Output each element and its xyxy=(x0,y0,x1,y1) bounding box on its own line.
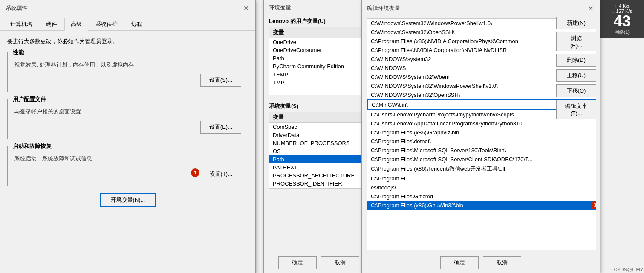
env-btn-row: 环境变量(N)... xyxy=(7,193,248,207)
sys-props-title: 系统属性 xyxy=(6,4,28,12)
path-entry-15[interactable]: C:\Program Files\Microsoft SQL Server\Cl… xyxy=(367,155,596,164)
user-var-header: 变量 xyxy=(269,27,368,38)
move-up-button[interactable]: 上移(U) xyxy=(556,69,596,82)
delete-path-button[interactable]: 删除(D) xyxy=(556,54,596,67)
upload-speed: 4 K/s xyxy=(619,3,630,9)
tab-system-protection[interactable]: 系统保护 xyxy=(89,18,124,30)
user-var-tmp[interactable]: TMP xyxy=(269,78,368,87)
edit-text-button[interactable]: 编辑文本(T)... xyxy=(556,100,596,119)
performance-desc: 视觉效果, 处理器计划，内存使用，以及虚拟内存 xyxy=(14,59,241,69)
admin-notice: 要进行大多数更改，你必须作为管理员登录。 xyxy=(7,38,248,45)
badge-1: 1 xyxy=(191,168,199,177)
sys-var-pathext[interactable]: PATHEXT xyxy=(269,163,368,171)
sys-var-header: 变量 xyxy=(269,112,368,123)
edit-env-title: 编辑环境变量 xyxy=(367,4,400,12)
sys-vars-section-title: 系统变量(S) xyxy=(269,102,369,110)
env-title: 环境变量 xyxy=(269,4,291,12)
env-variables-button[interactable]: 环境变量(N)... xyxy=(100,193,156,207)
tab-computer-name[interactable]: 计算机名 xyxy=(4,18,39,30)
path-entry-17[interactable]: C:\Program Fi xyxy=(367,174,596,183)
net-label: 网络(L) xyxy=(615,29,630,35)
sys-props-close-button[interactable]: ✕ xyxy=(242,4,250,12)
sys-var-path[interactable]: Path 2 xyxy=(269,155,368,163)
performance-title: 性能 xyxy=(11,49,26,56)
user-var-temp[interactable]: TEMP xyxy=(269,70,368,78)
user-profile-title: 用户配置文件 xyxy=(11,96,48,103)
user-vars-section-title: Lenovo 的用户变量(U) xyxy=(269,17,369,25)
path-entry-gnuwin32[interactable]: C:\Program Files (x86)\GnuWin32\bin 3 xyxy=(367,201,596,210)
user-profile-settings-button[interactable]: 设置(E)... xyxy=(200,121,241,134)
sys-vars-table: 变量 ComSpec DriverData NUMBER_OF_PROCESSO… xyxy=(269,112,369,189)
sys-var-driverdata[interactable]: DriverData xyxy=(269,131,368,139)
path-entry-14[interactable]: C:\Program Files\Microsoft SQL Server\13… xyxy=(367,146,596,155)
system-properties-window: 系统属性 ✕ 计算机名 硬件 高级 系统保护 远程 要进行大多数更改，你必须作为… xyxy=(0,0,256,273)
edit-env-sidebar: 新建(N) 浏览(B)... 删除(D) 上移(U) 下移(O) 编辑文本(T)… xyxy=(553,13,600,122)
net-number: 43 xyxy=(613,14,630,29)
env-footer: 确定 取消 xyxy=(264,253,374,273)
sys-var-processor-id[interactable]: PROCESSOR_IDENTIFIER xyxy=(269,180,368,188)
upload-arrow-icon: ↑ xyxy=(615,3,617,9)
performance-settings-button[interactable]: 设置(S)... xyxy=(200,74,241,87)
user-vars-table: 变量 OneDrive OneDriveConsumer Path PyChar… xyxy=(269,27,369,95)
new-path-button[interactable]: 新建(N) xyxy=(556,17,596,29)
user-profile-desc: 与登录帐户相关的桌面设置 xyxy=(14,106,241,116)
sys-props-content: 要进行大多数更改，你必须作为管理员登录。 性能 视觉效果, 处理器计划，内存使用… xyxy=(0,31,255,214)
startup-recovery-section: 启动和故障恢复 系统启动、系统故障和调试信息 1 设置(T)... xyxy=(7,146,248,186)
env-titlebar: 环境变量 xyxy=(264,0,374,14)
watermark: CSDN@L-MY xyxy=(614,267,643,272)
path-entry-18[interactable]: es\nodejs\ xyxy=(367,183,596,192)
edit-env-cancel-button[interactable]: 取消 xyxy=(483,256,521,269)
move-down-button[interactable]: 下移(O) xyxy=(556,84,596,97)
sys-var-processor-arch[interactable]: PROCESSOR_ARCHITECTURE xyxy=(269,171,368,180)
user-var-path[interactable]: Path xyxy=(269,54,368,62)
sys-props-tabs: 计算机名 硬件 高级 系统保护 远程 xyxy=(0,15,255,31)
edit-env-close-button[interactable]: ✕ xyxy=(586,4,595,12)
path-entry-16[interactable]: C:\Program Files (x86)\Tencent\微信web开发者工… xyxy=(367,164,596,174)
tab-remote[interactable]: 远程 xyxy=(125,18,149,30)
user-profile-section: 用户配置文件 与登录帐户相关的桌面设置 设置(E)... xyxy=(7,99,248,139)
sys-var-number-of-processors[interactable]: NUMBER_OF_PROCESSORS xyxy=(269,139,368,147)
edit-env-titlebar: 编辑环境变量 ✕ xyxy=(362,0,600,15)
startup-recovery-title: 启动和故障恢复 xyxy=(11,142,53,150)
tab-hardware[interactable]: 硬件 xyxy=(40,18,64,30)
badge-3: 3 xyxy=(591,201,596,209)
path-entry-19[interactable]: C:\Program Files\Git\cmd xyxy=(367,192,596,201)
sys-props-titlebar: 系统属性 ✕ xyxy=(0,0,255,15)
user-var-onedrive[interactable]: OneDrive xyxy=(269,38,368,46)
sys-var-comspec[interactable]: ComSpec xyxy=(269,123,368,131)
net-speed-widget: ↑ 4 K/s ↓ 127 K/s 43 网络(L) xyxy=(600,0,644,38)
edit-env-window: 编辑环境变量 ✕ C:\Windows\System32\WindowsPowe… xyxy=(361,0,600,273)
path-entry-12[interactable]: C:\Program Files (x86)\Graphviz\bin xyxy=(367,128,596,137)
edit-env-ok-button[interactable]: 确定 xyxy=(440,256,479,269)
user-var-pycharm[interactable]: PyCharm Community Edition xyxy=(269,62,368,70)
net-upload-row: ↑ 4 K/s xyxy=(615,3,630,9)
env-variables-window: 环境变量 Lenovo 的用户变量(U) 变量 OneDrive OneDriv… xyxy=(263,0,374,273)
user-var-onedriveconsumer[interactable]: OneDriveConsumer xyxy=(269,46,368,54)
performance-section: 性能 视觉效果, 处理器计划，内存使用，以及虚拟内存 设置(S)... xyxy=(7,52,248,92)
env-cancel-button[interactable]: 取消 xyxy=(321,256,359,269)
tab-advanced[interactable]: 高级 xyxy=(64,18,88,31)
browse-path-button[interactable]: 浏览(B)... xyxy=(556,32,596,51)
env-ok-button[interactable]: 确定 xyxy=(278,256,317,269)
sys-var-os[interactable]: OS xyxy=(269,147,368,155)
edit-env-footer: 确定 取消 xyxy=(362,253,600,273)
startup-recovery-settings-button[interactable]: 设置(T)... xyxy=(201,168,241,180)
startup-recovery-desc: 系统启动、系统故障和调试信息 xyxy=(14,153,241,163)
path-entry-13[interactable]: C:\Program Files\dotnet\ xyxy=(367,137,596,146)
